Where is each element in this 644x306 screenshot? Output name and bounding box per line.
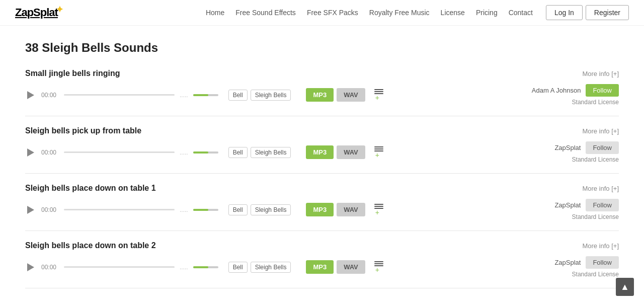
time-label: 00:00 bbox=[41, 206, 59, 213]
sound-item-header: Small jingle bells ringing More info [+] bbox=[25, 69, 619, 78]
volume-bar[interactable] bbox=[193, 94, 218, 96]
progress-track[interactable] bbox=[64, 94, 175, 96]
time-label: 00:00 bbox=[41, 264, 59, 271]
sound-item-header: Sleigh bells place down on table 2 More … bbox=[25, 241, 619, 250]
tag[interactable]: Sleigh Bells bbox=[251, 90, 291, 101]
tag[interactable]: Sleigh Bells bbox=[251, 262, 291, 273]
author-row: ZapSplat Follow bbox=[554, 199, 619, 211]
nav-links: Home Free Sound Effects Free SFX Packs R… bbox=[206, 9, 533, 17]
license-text: Standard License bbox=[572, 99, 619, 106]
volume-fill bbox=[193, 94, 208, 96]
more-info-link[interactable]: More info [+] bbox=[582, 185, 619, 192]
dots-label: ..... bbox=[180, 206, 188, 213]
dots-label: ..... bbox=[180, 264, 188, 271]
nav-packs[interactable]: Free SFX Packs bbox=[307, 9, 358, 17]
play-button[interactable] bbox=[25, 262, 36, 273]
sound-item: Small jingle bells ringing More info [+]… bbox=[25, 69, 619, 116]
play-button[interactable] bbox=[25, 90, 36, 101]
sound-title: Sleigh bells place down on table 2 bbox=[25, 241, 156, 250]
play-triangle-icon bbox=[27, 148, 34, 157]
volume-bar[interactable] bbox=[193, 151, 218, 154]
progress-track[interactable] bbox=[64, 151, 175, 153]
sound-controls-row: 00:00 ..... BellSleigh Bells MP3 WAV + bbox=[25, 141, 619, 163]
tag[interactable]: Bell bbox=[228, 147, 248, 158]
list-line-icon bbox=[374, 204, 383, 205]
plus-icon: + bbox=[375, 209, 379, 216]
add-to-list-button[interactable]: + bbox=[374, 261, 383, 273]
format-buttons: MP3 WAV bbox=[306, 203, 365, 216]
navbar: ZapSplat ✦ Home Free Sound Effects Free … bbox=[0, 0, 644, 26]
list-line-icon bbox=[374, 89, 383, 90]
volume-bar[interactable] bbox=[193, 266, 218, 268]
mp3-button[interactable]: MP3 bbox=[306, 145, 334, 159]
logo[interactable]: ZapSplat ✦ bbox=[15, 6, 58, 19]
register-button[interactable]: Register bbox=[586, 5, 629, 20]
volume-fill bbox=[193, 151, 208, 154]
dots-label: ..... bbox=[180, 149, 188, 156]
list-line-icon bbox=[374, 263, 383, 264]
mp3-button[interactable]: MP3 bbox=[306, 203, 334, 216]
license-text: Standard License bbox=[572, 156, 619, 163]
author-name: Adam A Johnson bbox=[532, 87, 581, 94]
author-row: ZapSplat Follow bbox=[554, 141, 619, 154]
time-label: 00:00 bbox=[41, 92, 59, 99]
nav-sfx[interactable]: Free Sound Effects bbox=[235, 9, 296, 17]
nav-music[interactable]: Royalty Free Music bbox=[369, 9, 430, 17]
sound-item: Sleigh bells pick up from table More inf… bbox=[25, 126, 619, 174]
follow-button[interactable]: Follow bbox=[586, 84, 619, 97]
author-area: ZapSplat Follow Standard License bbox=[518, 256, 619, 278]
volume-bar[interactable] bbox=[193, 209, 218, 211]
sound-title: Sleigh bells place down on table 1 bbox=[25, 184, 156, 193]
tag[interactable]: Sleigh Bells bbox=[251, 204, 291, 215]
more-info-link[interactable]: More info [+] bbox=[582, 70, 619, 78]
play-button[interactable] bbox=[25, 204, 36, 215]
format-buttons: MP3 WAV bbox=[306, 88, 365, 102]
wav-button[interactable]: WAV bbox=[337, 260, 365, 274]
follow-button[interactable]: Follow bbox=[586, 141, 619, 154]
nav-home[interactable]: Home bbox=[206, 9, 224, 17]
format-buttons: MP3 WAV bbox=[306, 145, 365, 159]
page-title: 38 Sleigh Bells Sounds bbox=[25, 41, 619, 55]
wav-button[interactable]: WAV bbox=[337, 203, 365, 216]
nav-pricing[interactable]: Pricing bbox=[476, 9, 498, 17]
follow-button[interactable]: Follow bbox=[586, 199, 619, 211]
follow-button[interactable]: Follow bbox=[586, 256, 619, 269]
logo-star-icon: ✦ bbox=[56, 4, 63, 15]
sound-title: Small jingle bells ringing bbox=[25, 69, 120, 78]
author-area: ZapSplat Follow Standard License bbox=[518, 199, 619, 220]
wav-button[interactable]: WAV bbox=[337, 145, 365, 159]
more-info-link[interactable]: More info [+] bbox=[582, 127, 619, 135]
add-to-list-button[interactable]: + bbox=[374, 146, 383, 159]
login-button[interactable]: Log In bbox=[546, 5, 583, 20]
play-triangle-icon bbox=[27, 91, 34, 99]
sound-controls-row: 00:00 ..... BellSleigh Bells MP3 WAV + bbox=[25, 256, 619, 278]
tag[interactable]: Bell bbox=[228, 204, 248, 215]
tags-area: BellSleigh Bells bbox=[228, 147, 291, 158]
tag[interactable]: Bell bbox=[228, 90, 248, 101]
author-name: ZapSplat bbox=[554, 201, 581, 209]
wav-button[interactable]: WAV bbox=[337, 88, 365, 102]
tag[interactable]: Sleigh Bells bbox=[251, 147, 291, 158]
author-name: ZapSplat bbox=[554, 259, 581, 266]
add-to-list-button[interactable]: + bbox=[374, 89, 383, 101]
author-name: ZapSplat bbox=[554, 144, 581, 151]
tag[interactable]: Bell bbox=[228, 262, 248, 273]
main-content: 38 Sleigh Bells Sounds Small jingle bell… bbox=[10, 26, 634, 303]
scroll-top-button[interactable]: ▲ bbox=[616, 278, 634, 296]
add-to-list-button[interactable]: + bbox=[374, 204, 383, 216]
sound-item: Sleigh bells place down on table 2 More … bbox=[25, 241, 619, 288]
mp3-button[interactable]: MP3 bbox=[306, 260, 334, 274]
list-line-icon bbox=[374, 148, 383, 149]
mp3-button[interactable]: MP3 bbox=[306, 88, 334, 102]
author-area: Adam A Johnson Follow Standard License bbox=[518, 84, 619, 106]
nav-contact[interactable]: Contact bbox=[509, 9, 533, 17]
volume-fill bbox=[193, 209, 208, 211]
more-info-link[interactable]: More info [+] bbox=[582, 242, 619, 250]
nav-license[interactable]: License bbox=[441, 9, 465, 17]
license-text: Standard License bbox=[572, 271, 619, 278]
play-button[interactable] bbox=[25, 147, 36, 158]
dots-label: ..... bbox=[180, 92, 188, 99]
progress-track[interactable] bbox=[64, 209, 175, 210]
plus-icon: + bbox=[375, 151, 379, 159]
progress-track[interactable] bbox=[64, 266, 175, 268]
